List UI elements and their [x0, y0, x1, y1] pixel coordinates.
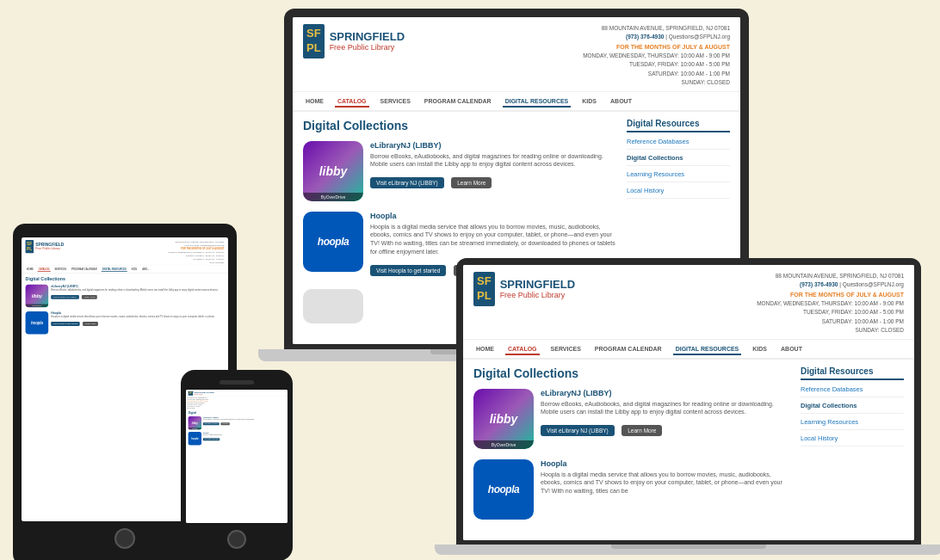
laptop2-nav-digital[interactable]: DIGITAL RESOURCES	[673, 344, 742, 355]
phone-logo: SF SPRINGFIELD FREE Public Library	[189, 391, 214, 396]
laptop2-address: 88 MOUNTAIN AVENUE, SPRINGFIELD, NJ 0708…	[757, 272, 904, 280]
kanopy-logo	[303, 289, 363, 323]
phone-libby-btn1: Visit eLibrary NJ (LIBBY)	[203, 422, 220, 425]
logo-area: SF PL SPRINGFIELD Free Public Library	[303, 24, 405, 58]
tablet-nav-catalog: CATALOG	[38, 268, 51, 272]
nav-about[interactable]: ABOUT	[608, 96, 634, 106]
phone-libby: libby ByOverDrive eLibraryNJ (LIBBY) Bor…	[189, 416, 286, 429]
hours-2: TUESDAY, FRIDAY: 10:00 AM - 5:00 PM	[583, 60, 730, 69]
laptop2-libby: libby ByOverDrive eLibraryNJ (LIBBY) Bor…	[473, 389, 792, 449]
phone-hoopla-btn1: Visit Hoopla to get started	[203, 438, 220, 440]
phone-libby-btn2: Learn More	[221, 422, 230, 425]
overdrive-bar: ByOverDrive	[303, 193, 363, 201]
laptop2-libby-btn2[interactable]: Learn More	[622, 425, 662, 436]
laptop-small-border: SF PL SPRINGFIELD Free Public Library 88…	[456, 258, 921, 545]
laptop2-h3: SATURDAY: 10:00 AM - 1:00 PM	[757, 317, 904, 326]
laptop2-overdrive: ByOverDrive	[473, 440, 534, 449]
laptop2-phone: (973) 376-4930 | Questions@SFPLNJ.org	[757, 280, 904, 289]
laptop2-nav-services[interactable]: SERVICES	[548, 344, 584, 354]
phone-libby-info: eLibraryNJ (LIBBY) Borrow eBooks, eAudio…	[203, 416, 286, 426]
hours-title: FOR THE MONTHS OF JULY & AUGUST	[583, 42, 730, 52]
sidebar-link-history[interactable]: Local History	[627, 187, 730, 199]
tablet-h4: SUN: CLOSED	[168, 261, 224, 264]
tablet-nav-digital: DIGITAL RESOURCES	[102, 268, 127, 272]
logo-box: SF PL	[303, 24, 325, 58]
phone-info: 88 MOUNTAIN AVE, SPRINGFIELD NJ (973) 37…	[186, 397, 288, 410]
tablet-home-button[interactable]	[114, 528, 135, 549]
site-header: SF PL SPRINGFIELD Free Public Library 88…	[293, 17, 740, 92]
laptop2-libby-info: eLibraryNJ (LIBBY) Borrow eBooks, eAudio…	[541, 389, 792, 440]
tablet-libby-btn2: Learn More	[82, 295, 97, 299]
tablet-hoopla-btn2: Learn More	[83, 322, 98, 326]
nav-catalog[interactable]: CATALOG	[335, 96, 369, 108]
laptop2-nav-kids[interactable]: KIDS	[750, 344, 770, 354]
phone-page-title: Digital	[189, 411, 286, 415]
libby-btn-secondary[interactable]: Learn More	[451, 177, 492, 188]
tablet-page-title: Digital Collections	[26, 276, 225, 281]
laptop2-h2: TUESDAY, FRIDAY: 10:00 AM - 5:00 PM	[757, 308, 904, 317]
libby-logo: libby ByOverDrive	[303, 141, 363, 201]
laptop-small-notch	[611, 545, 766, 549]
laptop2-libby-desc: Borrow eBooks, eAudiobooks, and digital …	[541, 400, 792, 417]
hoopla-text: hoopla	[318, 236, 349, 248]
laptop2-sidebar-digital[interactable]: Digital Collections	[801, 402, 904, 414]
phone-site-content: SF SPRINGFIELD FREE Public Library 88 MO…	[186, 390, 288, 523]
laptop2-sidebar-learning[interactable]: Learning Resources	[801, 418, 904, 430]
tablet-nav-program: PROGRAM CALENDAR	[71, 268, 98, 271]
nav-services[interactable]: SERVICES	[378, 96, 413, 106]
libby-btn-primary[interactable]: Visit eLibrary NJ (LIBBY)	[370, 177, 444, 188]
tablet-nav-services: SERVICES	[53, 268, 67, 271]
laptop2-h1: MONDAY, WEDNESDAY, THURSDAY: 10:00 AM - …	[757, 299, 904, 308]
logo-pl: PL	[306, 41, 321, 54]
laptop2-nav-catalog[interactable]: CATALOG	[505, 344, 540, 355]
phone-screen: SF SPRINGFIELD FREE Public Library 88 MO…	[186, 390, 288, 523]
libby-text: libby	[319, 164, 348, 178]
laptop2-sidebar-history[interactable]: Local History	[801, 434, 904, 446]
phone-main: Digital libby ByOverDrive eLibraryNJ (LI…	[186, 410, 288, 449]
laptop2-sidebar: Digital Resources Reference Databases Di…	[801, 366, 904, 530]
laptop-small-site: SF PL SPRINGFIELD Free Public Library 88…	[463, 265, 914, 540]
header-info: 88 MOUNTAIN AVENUE, SPRINGFIELD, NJ 0708…	[583, 24, 730, 88]
hoopla-name: Hoopla	[370, 212, 618, 220]
tablet-logo-box: SF PL	[26, 240, 34, 253]
tablet-libby-text: libby	[32, 293, 42, 298]
sidebar-link-reference[interactable]: Reference Databases	[627, 138, 730, 150]
tablet-header: SF PL SPRINGFIELD Free Public Library 88…	[22, 237, 228, 266]
laptop2-nav-home[interactable]: HOME	[473, 344, 497, 354]
laptop2-h4: SUNDAY: CLOSED	[757, 326, 904, 335]
laptop2-info: 88 MOUNTAIN AVENUE, SPRINGFIELD, NJ 0708…	[757, 272, 904, 335]
laptop2-nav-program[interactable]: PROGRAM CALENDAR	[592, 344, 665, 354]
phone-logo-box: SF	[189, 391, 193, 396]
tablet-info: 88 MOUNTAIN AVENUE, SPRINGFIELD, NJ 0708…	[168, 240, 224, 264]
tablet-nav-home: HOME	[26, 268, 34, 271]
phone-home-button[interactable]	[227, 530, 246, 549]
tablet-libby-btn1: Visit eLibrary NJ (LIBBY)	[51, 295, 79, 299]
laptop2-content: Digital Collections libby ByOverDrive eL…	[473, 366, 792, 530]
nav-home[interactable]: HOME	[303, 96, 326, 106]
laptop2-nav-about[interactable]: ABOUT	[778, 344, 805, 354]
sidebar-link-digital[interactable]: Digital Collections	[627, 154, 730, 166]
tablet-logo-text: SPRINGFIELD Free Public Library	[35, 243, 64, 251]
laptop2-libby-btn1[interactable]: Visit eLibrary NJ (LIBBY)	[541, 425, 615, 436]
tablet-hoopla-text: hoopla	[31, 320, 43, 324]
laptop2-page-title: Digital Collections	[473, 366, 792, 380]
nav-program-calendar[interactable]: PROGRAM CALENDAR	[422, 96, 494, 106]
hoopla-btn-primary[interactable]: Visit Hoopla to get started	[370, 265, 446, 276]
nav-kids[interactable]: KIDS	[579, 96, 599, 106]
nav-digital-resources[interactable]: DIGITAL RESOURCES	[503, 96, 572, 108]
hoopla-desc: Hoopla is a digital media service that a…	[370, 223, 618, 256]
laptop2-libby-logo: libby ByOverDrive	[473, 389, 534, 449]
sidebar-link-learning[interactable]: Learning Resources	[627, 170, 730, 182]
tablet-content: Digital Collections libby ByOverDrive eL…	[26, 276, 225, 338]
tablet-hoopla-btn1: Visit Hoopla to get started	[51, 322, 80, 326]
hours-1: MONDAY, WEDNESDAY, THURSDAY: 10:00 AM - …	[583, 52, 730, 60]
laptop2-sidebar-ref[interactable]: Reference Databases	[801, 385, 904, 397]
address: 88 MOUNTAIN AVENUE, SPRINGFIELD, NJ 0708…	[583, 24, 730, 33]
tablet-nav-kids: KIDS	[131, 268, 139, 271]
phone-body: SF SPRINGFIELD FREE Public Library 88 MO…	[181, 370, 293, 560]
laptop2-sidebar-title: Digital Resources	[801, 366, 904, 380]
laptop2-hoopla-text: hoopla	[488, 483, 519, 495]
hoopla-logo: hoopla	[303, 212, 363, 272]
logo-springfield: SPRINGFIELD	[330, 30, 405, 44]
tablet-libby: libby ByOverDrive eLibraryNJ (LIBBY) Bor…	[26, 285, 225, 308]
